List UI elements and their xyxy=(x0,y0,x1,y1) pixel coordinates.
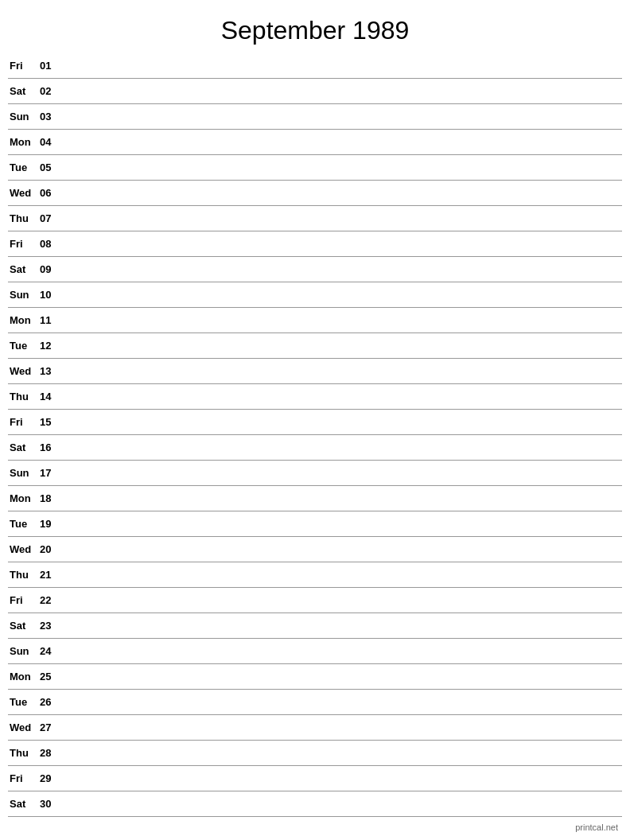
day-name: Wed xyxy=(8,365,40,377)
calendar-row: Fri08 xyxy=(8,231,622,257)
day-name: Sat xyxy=(8,263,40,275)
day-number: 25 xyxy=(40,671,64,682)
calendar-row: Tue05 xyxy=(8,155,622,181)
day-line xyxy=(64,588,622,612)
calendar-row: Tue12 xyxy=(8,333,622,359)
day-name: Thu xyxy=(8,212,40,224)
day-name: Sun xyxy=(8,289,40,301)
day-number: 20 xyxy=(40,543,64,555)
day-name: Thu xyxy=(8,569,40,581)
day-number: 10 xyxy=(40,289,64,301)
calendar-row: Sun03 xyxy=(8,104,622,130)
day-line xyxy=(64,333,622,358)
day-number: 15 xyxy=(40,416,64,428)
footer-credit: printcal.net xyxy=(575,822,618,832)
day-line xyxy=(64,104,622,129)
calendar-row: Thu21 xyxy=(8,562,622,588)
day-name: Sun xyxy=(8,111,40,122)
calendar-row: Wed13 xyxy=(8,359,622,384)
calendar-row: Sun17 xyxy=(8,461,622,486)
day-line xyxy=(64,562,622,587)
day-number: 28 xyxy=(40,747,64,759)
day-line xyxy=(64,664,622,689)
day-number: 08 xyxy=(40,238,64,250)
calendar-row: Tue19 xyxy=(8,511,622,537)
day-number: 12 xyxy=(40,340,64,352)
calendar-row: Mon18 xyxy=(8,486,622,511)
calendar-row: Sat23 xyxy=(8,613,622,639)
day-line xyxy=(64,410,622,434)
day-number: 13 xyxy=(40,365,64,377)
day-name: Sat xyxy=(8,441,40,453)
day-line xyxy=(64,741,622,765)
day-name: Tue xyxy=(8,161,40,173)
day-number: 30 xyxy=(40,798,64,810)
day-name: Tue xyxy=(8,518,40,530)
day-line xyxy=(64,537,622,562)
day-line xyxy=(64,359,622,383)
page-title: September 1989 xyxy=(0,0,630,53)
calendar-grid: Fri01Sat02Sun03Mon04Tue05Wed06Thu07Fri08… xyxy=(0,53,630,817)
calendar-row: Fri15 xyxy=(8,410,622,435)
calendar-row: Wed06 xyxy=(8,181,622,206)
calendar-row: Thu14 xyxy=(8,384,622,410)
day-name: Sun xyxy=(8,467,40,479)
day-number: 16 xyxy=(40,441,64,453)
day-name: Wed xyxy=(8,543,40,555)
day-number: 03 xyxy=(40,111,64,122)
calendar-row: Thu07 xyxy=(8,206,622,231)
day-name: Fri xyxy=(8,60,40,72)
day-number: 05 xyxy=(40,161,64,173)
calendar-row: Wed27 xyxy=(8,715,622,741)
day-number: 18 xyxy=(40,492,64,504)
day-line xyxy=(64,181,622,205)
calendar-row: Thu28 xyxy=(8,741,622,766)
day-name: Mon xyxy=(8,314,40,326)
day-number: 07 xyxy=(40,212,64,224)
day-number: 01 xyxy=(40,60,64,72)
day-name: Wed xyxy=(8,721,40,733)
day-line xyxy=(64,639,622,663)
day-number: 27 xyxy=(40,721,64,733)
calendar-row: Sat02 xyxy=(8,79,622,104)
calendar-row: Tue26 xyxy=(8,690,622,715)
day-line xyxy=(64,461,622,485)
day-line xyxy=(64,155,622,180)
day-name: Fri xyxy=(8,594,40,606)
day-name: Fri xyxy=(8,238,40,250)
calendar-row: Fri29 xyxy=(8,766,622,791)
day-number: 29 xyxy=(40,772,64,784)
calendar-row: Fri01 xyxy=(8,53,622,79)
day-name: Tue xyxy=(8,340,40,352)
day-line xyxy=(64,257,622,282)
day-number: 06 xyxy=(40,187,64,199)
day-number: 02 xyxy=(40,85,64,97)
day-line xyxy=(64,282,622,307)
day-line xyxy=(64,231,622,256)
calendar-row: Mon11 xyxy=(8,308,622,333)
day-line xyxy=(64,79,622,103)
calendar-row: Mon04 xyxy=(8,130,622,155)
day-number: 26 xyxy=(40,696,64,708)
day-number: 19 xyxy=(40,518,64,530)
day-name: Tue xyxy=(8,696,40,708)
day-line xyxy=(64,486,622,511)
day-number: 22 xyxy=(40,594,64,606)
day-number: 23 xyxy=(40,620,64,632)
day-name: Fri xyxy=(8,416,40,428)
day-number: 24 xyxy=(40,645,64,657)
calendar-row: Fri22 xyxy=(8,588,622,613)
day-line xyxy=(64,435,622,460)
day-line xyxy=(64,206,622,231)
calendar-row: Sat09 xyxy=(8,257,622,282)
calendar-row: Mon25 xyxy=(8,664,622,690)
day-name: Mon xyxy=(8,136,40,148)
day-line xyxy=(64,715,622,740)
day-line xyxy=(64,384,622,409)
day-name: Mon xyxy=(8,492,40,504)
day-name: Thu xyxy=(8,391,40,402)
day-number: 21 xyxy=(40,569,64,581)
day-name: Mon xyxy=(8,671,40,682)
day-name: Sat xyxy=(8,85,40,97)
day-number: 14 xyxy=(40,391,64,402)
